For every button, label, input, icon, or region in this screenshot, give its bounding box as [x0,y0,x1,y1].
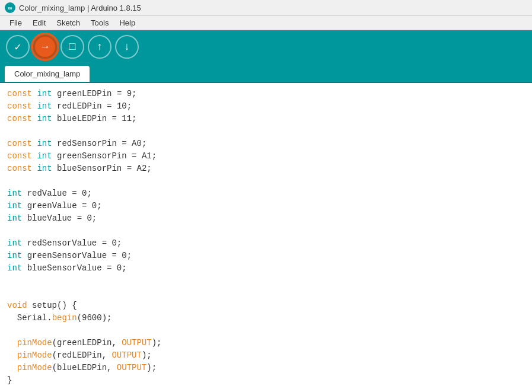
code-line-14: int greenSensorValue = 0; [7,250,525,262]
tab-bar: Color_mixing_lamp [0,63,532,83]
code-line-19: Serial.begin(9600); [7,312,525,324]
new-button[interactable]: □ [60,35,84,59]
menu-file[interactable]: File [5,17,27,28]
verify-button[interactable]: ✓ [6,35,30,59]
code-editor[interactable]: const int greenLEDPin = 9; const int red… [0,83,532,392]
code-line-15: int blueSensorValue = 0; [7,262,525,275]
new-icon: □ [69,41,76,53]
menu-bar: File Edit Sketch Tools Help [0,16,532,30]
upload-button[interactable]: → [33,35,57,59]
code-line-10: int greenValue = 0; [7,200,525,212]
code-line-4 [7,125,525,138]
toolbar: ✓ → □ ↑ ↓ [0,30,532,63]
menu-help[interactable]: Help [114,17,140,28]
code-line-18: void setup() { [7,299,525,312]
save-button[interactable]: ↓ [115,35,139,59]
code-line-12 [7,225,525,237]
code-line-22: pinMode(redLEDPin, OUTPUT); [7,349,525,362]
menu-sketch[interactable]: Sketch [52,17,85,28]
window-title: Color_mixing_lamp | Arduino 1.8.15 [19,4,141,12]
code-line-7: const int blueSensorPin = A2; [7,162,525,175]
code-line-5: const int redSensorPin = A0; [7,138,525,150]
code-line-20 [7,324,525,337]
code-line-8 [7,175,525,187]
tab-color-mixing-lamp[interactable]: Color_mixing_lamp [5,66,90,82]
open-icon: ↑ [97,41,103,53]
menu-tools[interactable]: Tools [86,17,113,28]
code-line-9: int redValue = 0; [7,187,525,200]
code-line-13: int redSensorValue = 0; [7,237,525,250]
code-line-2: const int redLEDPin = 10; [7,100,525,113]
code-line-17 [7,287,525,299]
code-line-21: pinMode(greenLEDPin, OUTPUT); [7,337,525,349]
code-line-1: const int greenLEDPin = 9; [7,88,525,100]
code-line-24: } [7,374,525,387]
code-line-3: const int blueLEDPin = 11; [7,113,525,125]
code-line-6: const int greenSensorPin = A1; [7,150,525,162]
arduino-logo-icon: ∞ [5,2,15,13]
code-line-16 [7,275,525,287]
open-button[interactable]: ↑ [88,35,112,59]
verify-icon: ✓ [15,40,21,53]
title-bar: ∞ Color_mixing_lamp | Arduino 1.8.15 [0,0,532,16]
upload-icon: → [42,41,49,53]
menu-edit[interactable]: Edit [28,17,50,28]
code-line-11: int blueValue = 0; [7,212,525,225]
save-icon: ↓ [124,41,130,53]
code-line-23: pinMode(blueLEDPin, OUTPUT); [7,362,525,374]
